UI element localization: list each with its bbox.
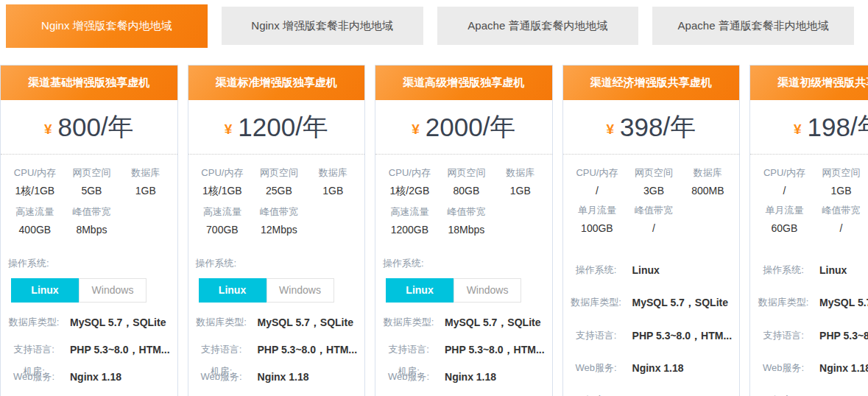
spec-value: 5GB: [65, 185, 119, 197]
price-unit: /年: [850, 110, 868, 144]
spec-label: 峰值带宽: [65, 205, 119, 219]
currency-symbol: ¥: [225, 121, 233, 138]
spec-value: 3GB: [627, 185, 680, 197]
price-unit: /年: [295, 110, 328, 144]
spec-value: 80GB: [440, 185, 493, 197]
detail-label: 机房:: [758, 393, 809, 396]
spec-label: 网页空间: [65, 166, 119, 180]
tab-nginx-enhanced-mainland[interactable]: Nginx 增强版套餐内地地域: [6, 4, 208, 48]
spec-value: 18Mbps: [440, 224, 493, 236]
os-option-windows[interactable]: Windows: [267, 278, 334, 303]
price-unit: /年: [483, 110, 516, 144]
detail-row-languages: 支持语言: PHP 5.3~8.0，HTM...: [8, 342, 170, 357]
currency-symbol: ¥: [606, 121, 614, 138]
os-option-linux[interactable]: Linux: [11, 278, 79, 303]
spec-label: 峰值带宽: [627, 204, 680, 217]
detail-value: PHP 5.3~8.0，HTM...: [622, 328, 733, 343]
spec-value: 1GB: [814, 185, 868, 197]
tab-nginx-enhanced-non-mainland[interactable]: Nginx 增强版套餐非内地地域: [222, 7, 423, 45]
plan-title: 渠道高级增强版独享虚机: [375, 66, 552, 100]
plan-card-entry: 渠道初级增强版共享虚机 ¥ 198 /年 CPU/内存/ 网页空间1GB 数据库…: [749, 65, 868, 396]
plan-price: ¥ 198 /年: [750, 100, 868, 155]
os-toggle: Linux Windows: [11, 278, 170, 303]
detail-row-languages: 支持语言: PHP 5.3~8.0，HTM...: [196, 342, 358, 357]
detail-row-datacenter: 机房:: [758, 393, 868, 396]
os-label: 操作系统:: [571, 263, 622, 277]
detail-row-datacenter: 机房:: [571, 393, 733, 396]
os-toggle: Linux Windows: [199, 278, 358, 303]
detail-row-database-type: 数据库类型: MySQL 5.7，SQLite: [383, 315, 545, 330]
detail-row-database-type: 数据库类型: MySQL 5.7，SQLite: [196, 315, 358, 330]
spec-value: 100GB: [568, 222, 627, 234]
os-option-linux[interactable]: Linux: [199, 278, 267, 303]
detail-row-web-service: Web服务: Nginx 1.18: [571, 361, 733, 375]
price-amount: 398: [620, 113, 663, 142]
plan-price: ¥ 398 /年: [563, 100, 740, 155]
plan-details: 操作系统: Linux Windows 数据库类型: MySQL 5.7，SQL…: [1, 249, 177, 379]
detail-row-languages: 支持语言: PHP 5.3~8.0，HTM...: [383, 342, 545, 357]
tab-apache-normal-mainland[interactable]: Apache 普通版套餐内地地域: [437, 7, 639, 45]
detail-value: PHP 5.3~8.0，HTM...: [247, 342, 358, 357]
plan-title: 渠道初级增强版共享虚机: [750, 66, 868, 100]
detail-label: 数据库类型:: [383, 315, 434, 330]
detail-value: PHP 5.3~8.0，HTM...: [434, 342, 545, 357]
spec-label: CPU/内存: [380, 166, 440, 180]
detail-value: MySQL 5.7，SQLite: [809, 295, 868, 310]
detail-value: Nginx 1.18: [809, 361, 868, 375]
spec-value: 25GB: [252, 185, 306, 197]
detail-row-languages: 支持语言: PHP 5.3~8.0，HTM...: [571, 328, 733, 343]
spec-value: /: [755, 185, 814, 197]
detail-row-database-type: 数据库类型: MySQL 5.7，SQLite: [758, 295, 868, 310]
tab-apache-normal-non-mainland[interactable]: Apache 普通版套餐非内地地域: [652, 7, 854, 45]
spec-label: 单月流量: [755, 204, 814, 217]
os-label: 操作系统:: [383, 256, 545, 271]
spec-label: CPU/内存: [755, 166, 814, 180]
spec-value: 1200GB: [380, 224, 440, 236]
detail-label: 机房:: [8, 364, 60, 379]
spec-value: 1GB: [306, 185, 360, 197]
price-amount: 800: [57, 113, 100, 142]
spec-value: 12Mbps: [252, 224, 306, 236]
spec-value: 8Mbps: [65, 224, 119, 236]
plan-card-basic: 渠道基础增强版独享虚机 ¥ 800 /年 CPU/内存1核/1GB 网页空间5G…: [0, 65, 178, 396]
detail-label: 数据库类型:: [758, 295, 809, 310]
detail-label: 数据库类型:: [571, 295, 622, 310]
spec-label: 高速流量: [380, 205, 440, 219]
plan-card-economy: 渠道经济增强版共享虚机 ¥ 398 /年 CPU/内存/ 网页空间3GB 数据库…: [562, 65, 741, 396]
hosting-plans-page: Nginx 增强版套餐内地地域 Nginx 增强版套餐非内地地域 Apache …: [0, 0, 868, 396]
detail-value: PHP 5.3~8.0，HTM...: [809, 328, 868, 343]
plan-tab-bar: Nginx 增强版套餐内地地域 Nginx 增强版套餐非内地地域 Apache …: [0, 0, 868, 52]
os-label: 操作系统:: [8, 256, 170, 271]
plan-card-list: 渠道基础增强版独享虚机 ¥ 800 /年 CPU/内存1核/1GB 网页空间5G…: [0, 65, 868, 396]
spec-label: 峰值带宽: [252, 205, 306, 219]
spec-label: CPU/内存: [568, 166, 627, 180]
spec-value: 700GB: [193, 224, 253, 236]
spec-value: 60GB: [755, 222, 814, 234]
spec-value: /: [627, 222, 680, 234]
os-label: 操作系统:: [196, 256, 358, 271]
os-value: Linux: [809, 263, 868, 277]
spec-label: 网页空间: [252, 166, 306, 180]
detail-label: 数据库类型:: [8, 315, 60, 330]
os-option-windows[interactable]: Windows: [454, 278, 521, 303]
os-option-windows[interactable]: Windows: [79, 278, 147, 303]
spec-grid: CPU/内存1核/1GB 网页空间25GB 数据库1GB 高速流量700GB 峰…: [188, 155, 365, 249]
spec-value: 800MB: [681, 185, 735, 197]
detail-row-datacenter: 机房:: [8, 364, 170, 379]
price-amount: 198: [808, 113, 850, 142]
detail-value: MySQL 5.7，SQLite: [434, 315, 545, 330]
detail-row-database-type: 数据库类型: MySQL 5.7，SQLite: [8, 315, 170, 330]
spec-grid: CPU/内存/ 网页空间3GB 数据库800MB 单月流量100GB 峰值带宽/: [563, 155, 740, 247]
os-option-linux[interactable]: Linux: [386, 278, 454, 303]
detail-label: 支持语言:: [196, 342, 247, 357]
spec-label: 网页空间: [627, 166, 680, 180]
spec-value: 1GB: [119, 185, 172, 197]
detail-label: 支持语言:: [8, 342, 60, 357]
spec-value: 1核/1GB: [5, 185, 65, 198]
spec-label: 数据库: [681, 166, 735, 180]
spec-label: 数据库: [493, 166, 547, 180]
spec-label: CPU/内存: [5, 166, 65, 180]
spec-label: 网页空间: [440, 166, 493, 180]
detail-label: 支持语言:: [758, 328, 809, 343]
currency-symbol: ¥: [44, 121, 52, 138]
